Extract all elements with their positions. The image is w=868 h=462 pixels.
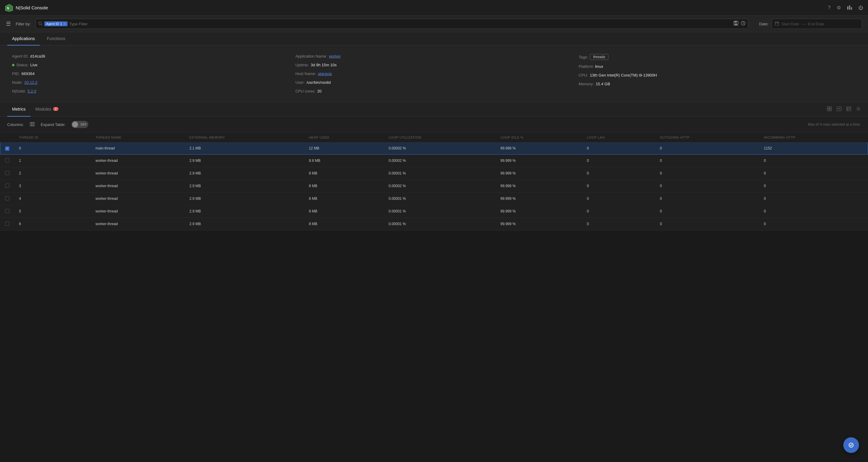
search-icon: [38, 22, 42, 27]
row-incoming-http: 1152: [759, 142, 868, 155]
power-icon[interactable]: ⏻: [858, 5, 863, 10]
max-rows-text: Max of 4 rows selected at a time.: [808, 122, 861, 127]
grid-view-icon[interactable]: [827, 106, 832, 112]
save-filter-icon[interactable]: [734, 21, 738, 27]
th-thread-name: THREAD NAME: [91, 133, 185, 142]
agent-cpu-row: CPU: 13th Gen Intel(R) Core(TM) i9-13900…: [579, 73, 856, 77]
row-loop-lag: 0: [582, 167, 655, 179]
agent-cpu-value: 13th Gen Intel(R) Core(TM) i9-13900H: [590, 73, 657, 77]
agent-status-row: Status: Live: [12, 63, 289, 67]
agent-appname-value[interactable]: worker: [329, 54, 341, 59]
row-incoming-http: 0: [759, 179, 868, 192]
agent-hostname-value[interactable]: ataraxia: [318, 71, 332, 76]
row-loop-lag: 0: [582, 179, 655, 192]
date-separator: —: [802, 22, 806, 26]
columns-icon[interactable]: [30, 122, 35, 128]
svg-rect-35: [30, 122, 31, 126]
analytics-icon[interactable]: [847, 4, 852, 11]
svg-line-34: [857, 110, 858, 110]
table-row[interactable]: 0 main-thread 2.1 MB 12 MB 0.00002 % 99.…: [0, 142, 868, 155]
agent-cpucores-row: CPU cores: 20: [296, 89, 573, 93]
table-view-icon[interactable]: [846, 106, 851, 112]
row-checkbox[interactable]: [5, 146, 9, 151]
row-outgoing-http: 0: [655, 167, 759, 179]
row-checkbox[interactable]: [5, 171, 9, 175]
filter-tag[interactable]: Agent ID 1 ✕: [44, 22, 67, 26]
row-loop-idle: 99.998 %: [496, 179, 582, 192]
svg-point-5: [39, 22, 41, 24]
row-loop-lag: 0: [582, 192, 655, 205]
row-checkbox-cell: [0, 154, 14, 167]
table-row[interactable]: 2 worker-thread 2.9 MB 8 MB 0.00001 % 99…: [0, 167, 868, 179]
agent-pid-value: 669364: [22, 71, 34, 76]
svg-rect-36: [32, 122, 33, 126]
fab-button[interactable]: [843, 437, 859, 453]
hamburger-menu[interactable]: ☰: [6, 21, 11, 27]
row-incoming-http: 0: [759, 192, 868, 205]
agent-nsolid-row: N|Solid: 5.2.0: [12, 89, 289, 93]
filter-actions: [734, 21, 746, 27]
agent-nsolid-value[interactable]: 5.2.0: [27, 89, 36, 93]
row-loop-lag: 0: [582, 142, 655, 155]
table-row[interactable]: 4 worker-thread 2.9 MB 8 MB 0.00001 % 99…: [0, 192, 868, 205]
date-label: Date:: [759, 22, 769, 26]
row-checkbox[interactable]: [5, 196, 9, 200]
table-row[interactable]: 3 worker-thread 2.9 MB 8 MB 0.00002 % 99…: [0, 179, 868, 192]
table-row[interactable]: 6 worker-thread 2.9 MB 8 MB 0.00001 % 99…: [0, 218, 868, 230]
agent-pid-label: PID:: [12, 71, 20, 76]
agent-tag-badge[interactable]: threads: [590, 54, 609, 60]
row-outgoing-http: 0: [655, 179, 759, 192]
table-row[interactable]: 1 worker-thread 2.9 MB 8.8 MB 0.00002 % …: [0, 154, 868, 167]
settings-icon[interactable]: ⚙: [837, 5, 841, 10]
row-checkbox[interactable]: [5, 209, 9, 213]
row-thread-id: 5: [14, 205, 91, 218]
agent-cpu-label: CPU:: [579, 73, 588, 77]
row-checkbox[interactable]: [5, 184, 9, 188]
agent-nsolid-label: N|Solid:: [12, 89, 26, 93]
table-row[interactable]: 5 worker-thread 2.9 MB 8 MB 0.00001 % 99…: [0, 205, 868, 218]
agent-hostname-label: Host Name:: [296, 71, 316, 76]
agent-uptime-value: 3d 9h 15m 10s: [311, 63, 337, 67]
row-thread-id: 0: [14, 142, 91, 155]
row-incoming-http: 0: [759, 205, 868, 218]
agent-cpucores-value: 20: [317, 89, 321, 93]
row-loop-utilization: 0.00001 %: [384, 218, 496, 230]
tab-modules[interactable]: Modules 2: [30, 102, 63, 117]
filter-text-input[interactable]: [69, 22, 732, 26]
row-incoming-http: 0: [759, 218, 868, 230]
tab-applications[interactable]: Applications: [7, 32, 40, 45]
row-checkbox[interactable]: [5, 222, 9, 226]
agent-user-row: User: /usr/bin/nsolid: [296, 80, 573, 85]
agent-node-value[interactable]: 20.12.2: [24, 80, 37, 85]
add-panel-icon[interactable]: [837, 106, 841, 112]
agent-node-row: Node: 20.12.2: [12, 80, 289, 85]
start-date-placeholder: Start Date: [781, 22, 799, 26]
expand-toggle[interactable]: OFF: [71, 121, 88, 128]
row-checkbox[interactable]: [5, 158, 9, 162]
agent-node-label: Node:: [12, 80, 23, 85]
history-icon[interactable]: [741, 21, 746, 27]
svg-text:N: N: [7, 7, 9, 10]
agent-platform-value: linux: [595, 64, 603, 69]
svg-line-31: [857, 107, 858, 108]
tab-metrics[interactable]: Metrics: [7, 102, 30, 117]
row-thread-id: 6: [14, 218, 91, 230]
svg-rect-11: [775, 22, 779, 25]
tab-functions[interactable]: Functions: [42, 32, 70, 45]
help-icon[interactable]: ?: [828, 5, 831, 10]
row-loop-utilization: 0.00001 %: [384, 205, 496, 218]
agent-memory-row: Memory: 15.4 GB: [579, 82, 856, 86]
row-loop-lag: 0: [582, 154, 655, 167]
row-checkbox-cell: [0, 179, 14, 192]
date-range-input[interactable]: Start Date — End Date: [772, 19, 862, 29]
agent-col-3: Tags: threads Platform linux CPU: 13th G…: [579, 54, 856, 93]
agent-cpucores-label: CPU cores:: [296, 89, 315, 93]
row-outgoing-http: 0: [655, 154, 759, 167]
settings-graph-icon[interactable]: [856, 106, 861, 112]
table-controls: Columns: Expand Table: OFF Max of 4 rows…: [0, 117, 868, 133]
table-body: 0 main-thread 2.1 MB 12 MB 0.00002 % 99.…: [0, 142, 868, 231]
filter-tag-remove[interactable]: ✕: [63, 22, 66, 26]
toggle-knob: [72, 122, 78, 128]
date-bar: Date: Start Date — End Date: [759, 19, 862, 29]
agent-user-value: /usr/bin/nsolid: [307, 80, 331, 85]
